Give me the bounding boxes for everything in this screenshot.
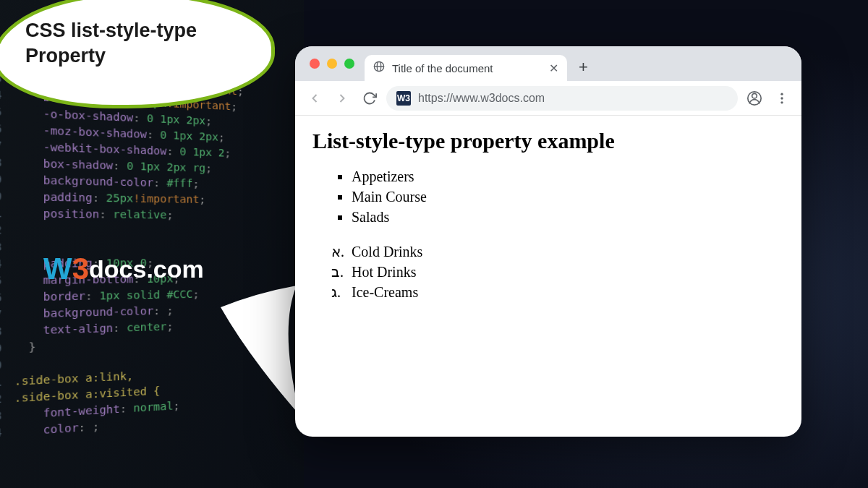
logo-docs: docs — [89, 255, 146, 283]
window-controls — [304, 46, 359, 81]
list-item: Hot Drinks — [352, 262, 784, 282]
svg-point-3 — [752, 93, 757, 98]
svg-point-7 — [780, 101, 783, 103]
profile-button[interactable] — [744, 87, 765, 109]
logo-3: 3 — [72, 252, 89, 286]
content-heading: List-style-type property example — [312, 129, 784, 153]
url-text: https://www.w3docs.com — [418, 92, 728, 105]
favicon-icon: W3 — [396, 91, 411, 106]
page-title: CSS list-style-type Property — [25, 18, 250, 69]
browser-tab[interactable]: Title of the document ✕ — [365, 55, 567, 81]
globe-icon — [373, 61, 385, 75]
tab-close-icon[interactable]: ✕ — [549, 61, 558, 75]
forward-button[interactable] — [331, 87, 353, 109]
list-item: Main Course — [352, 187, 784, 207]
code-line: 242 — [0, 222, 304, 239]
window-maximize-icon[interactable] — [344, 59, 354, 69]
svg-point-5 — [780, 93, 783, 95]
back-button[interactable] — [304, 87, 326, 109]
logo-dotcom: .com — [146, 255, 203, 283]
square-list: AppetizersMain CourseSalads — [352, 166, 784, 227]
w3docs-logo: W3docs.com — [43, 252, 204, 286]
logo-w: W — [43, 252, 72, 286]
list-item: Cold Drinks — [352, 241, 784, 262]
hebrew-list: Cold DrinksHot DrinksIce-Creams — [352, 241, 784, 302]
menu-button[interactable] — [771, 87, 793, 109]
list-item: Ice-Creams — [352, 282, 784, 302]
tab-title: Title of the document — [392, 62, 542, 74]
svg-point-6 — [780, 97, 783, 99]
tab-strip: Title of the document ✕ + — [295, 46, 801, 81]
window-minimize-icon[interactable] — [327, 59, 337, 69]
browser-window: Title of the document ✕ + W3 https://www… — [295, 46, 801, 437]
window-close-icon[interactable] — [310, 59, 320, 69]
list-item: Appetizers — [352, 166, 784, 187]
page-content: List-style-type property example Appetiz… — [295, 116, 801, 315]
address-bar[interactable]: W3 https://www.w3docs.com — [386, 86, 738, 111]
reload-button[interactable] — [359, 87, 380, 109]
browser-toolbar: W3 https://www.w3docs.com — [295, 81, 801, 116]
list-item: Salads — [352, 207, 784, 227]
new-tab-button[interactable]: + — [573, 58, 594, 81]
